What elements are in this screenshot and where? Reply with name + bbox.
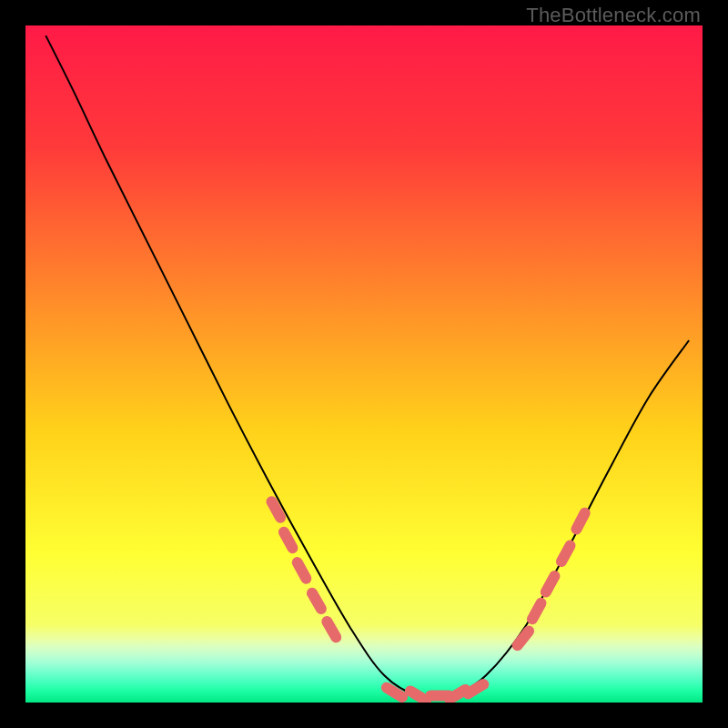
data-marker xyxy=(546,576,555,592)
data-marker xyxy=(298,562,307,579)
data-marker xyxy=(532,603,541,620)
watermark-text: TheBottleneck.com xyxy=(526,4,701,27)
gradient-background xyxy=(25,25,703,703)
data-marker xyxy=(284,532,293,549)
data-marker xyxy=(271,501,280,518)
bottleneck-chart xyxy=(25,25,703,703)
data-marker xyxy=(561,546,571,562)
data-marker xyxy=(576,513,584,530)
plot-frame xyxy=(25,25,703,703)
